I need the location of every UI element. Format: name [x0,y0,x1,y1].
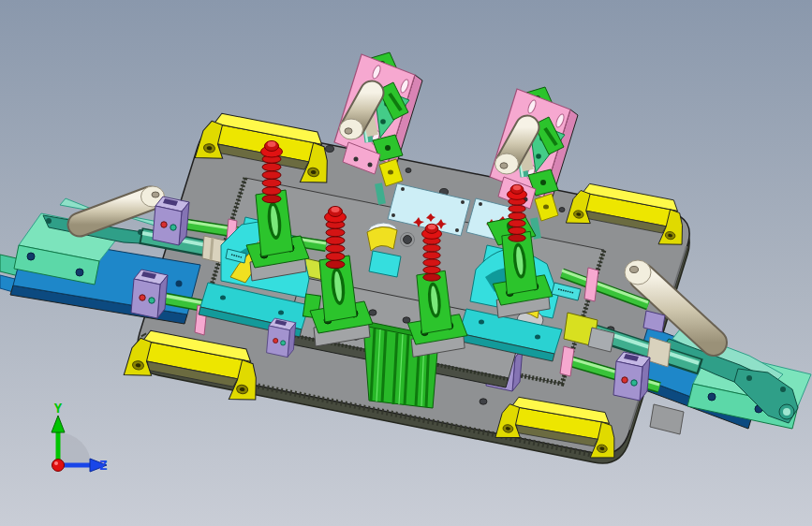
axis-y-label: Y [54,401,63,416]
guide-block-center [267,318,296,358]
cad-viewport[interactable]: Y Z [0,0,812,526]
guide-block-right-outer [613,352,650,401]
guide-block-left-upper [153,197,189,245]
guide-block-left-lower [131,270,168,318]
cad-window: Y Z [0,0,812,526]
axis-origin [52,460,65,472]
axis-z-label: Z [99,458,107,473]
